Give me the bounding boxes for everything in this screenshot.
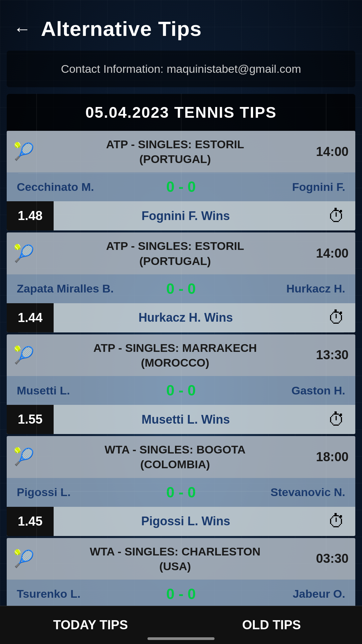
tennis-icon: 🎾: [13, 549, 34, 569]
odds-badge: 1.45: [7, 507, 54, 536]
match-score: 0 - 0: [153, 178, 209, 195]
match-card: 🎾 ATP - SINGLES: ESTORIL(PORTUGAL) 14:00…: [7, 232, 355, 332]
odds-badge: 1.44: [7, 303, 54, 332]
match-header: 🎾 WTA - SINGLES: CHARLESTON(USA) 03:30: [7, 538, 355, 580]
match-tournament: ATP - SINGLES: ESTORIL(PORTUGAL): [41, 238, 309, 268]
match-time: 03:30: [316, 551, 349, 566]
player-left: Tsurenko L.: [17, 587, 153, 600]
home-indicator: [147, 637, 215, 640]
player-right: Hurkacz H.: [209, 282, 345, 295]
tennis-icon: 🎾: [13, 345, 34, 365]
match-players: Musetti L. 0 - 0 Gaston H.: [7, 376, 355, 405]
match-header: 🎾 ATP - SINGLES: ESTORIL(PORTUGAL) 14:00: [7, 232, 355, 274]
match-tip: 1.45 Pigossi L. Wins ⏱: [7, 507, 355, 536]
player-left: Pigossi L.: [17, 486, 153, 499]
match-tip: 1.55 Musetti L. Wins ⏱: [7, 405, 355, 434]
match-card: 🎾 ATP - SINGLES: MARRAKECH(MOROCCO) 13:3…: [7, 334, 355, 434]
player-right: Gaston H.: [209, 384, 345, 397]
match-players: Pigossi L. 0 - 0 Stevanovic N.: [7, 478, 355, 507]
tennis-icon: 🎾: [13, 142, 34, 161]
odds-badge: 1.55: [7, 405, 54, 434]
match-time: 14:00: [316, 145, 349, 159]
tip-text: Musetti L. Wins: [54, 405, 318, 434]
match-time: 13:30: [316, 348, 349, 362]
player-right: Fognini F.: [209, 180, 345, 194]
match-time: 18:00: [316, 450, 349, 464]
contact-bar: Contact Information: maquinistabet@gmail…: [7, 51, 355, 87]
app-header: ← Alternative Tips: [0, 0, 362, 51]
match-score: 0 - 0: [153, 484, 209, 501]
tennis-icon: 🎾: [13, 447, 34, 467]
player-left: Zapata Miralles B.: [17, 282, 153, 295]
match-tournament: WTA - SINGLES: CHARLESTON(USA): [41, 544, 309, 574]
match-time: 14:00: [316, 246, 349, 261]
player-right: Jabeur O.: [209, 587, 345, 600]
match-card: 🎾 WTA - SINGLES: BOGOTA(COLOMBIA) 18:00 …: [7, 436, 355, 536]
clock-icon: ⏱: [318, 511, 355, 531]
clock-icon: ⏱: [318, 206, 355, 226]
tip-text: Pigossi L. Wins: [54, 507, 318, 536]
match-tournament: WTA - SINGLES: BOGOTA(COLOMBIA): [41, 442, 309, 472]
matches-list: 🎾 ATP - SINGLES: ESTORIL(PORTUGAL) 14:00…: [0, 131, 362, 644]
match-players: Tsurenko L. 0 - 0 Jabeur O.: [7, 580, 355, 608]
tip-text: Hurkacz H. Wins: [54, 303, 318, 332]
match-players: Zapata Miralles B. 0 - 0 Hurkacz H.: [7, 274, 355, 303]
player-left: Cecchinato M.: [17, 180, 153, 194]
player-left: Musetti L.: [17, 384, 153, 397]
match-header: 🎾 WTA - SINGLES: BOGOTA(COLOMBIA) 18:00: [7, 436, 355, 478]
match-tip: 1.44 Hurkacz H. Wins ⏱: [7, 303, 355, 332]
match-score: 0 - 0: [153, 586, 209, 602]
page-title: Alternative Tips: [41, 17, 202, 41]
match-card: 🎾 WTA - SINGLES: CHARLESTON(USA) 03:30 T…: [7, 538, 355, 608]
match-card: 🎾 ATP - SINGLES: ESTORIL(PORTUGAL) 14:00…: [7, 131, 355, 230]
odds-badge: 1.48: [7, 201, 54, 230]
player-right: Stevanovic N.: [209, 486, 345, 499]
match-tip: 1.48 Fognini F. Wins ⏱: [7, 201, 355, 230]
tip-text: Fognini F. Wins: [54, 202, 318, 230]
back-button[interactable]: ←: [13, 20, 31, 38]
tennis-icon: 🎾: [13, 244, 34, 263]
match-header: 🎾 ATP - SINGLES: ESTORIL(PORTUGAL) 14:00: [7, 131, 355, 172]
match-players: Cecchinato M. 0 - 0 Fognini F.: [7, 172, 355, 201]
match-score: 0 - 0: [153, 280, 209, 297]
match-tournament: ATP - SINGLES: ESTORIL(PORTUGAL): [41, 137, 309, 166]
match-score: 0 - 0: [153, 382, 209, 399]
clock-icon: ⏱: [318, 410, 355, 430]
clock-icon: ⏱: [318, 308, 355, 328]
match-tournament: ATP - SINGLES: MARRAKECH(MOROCCO): [41, 340, 309, 370]
match-header: 🎾 ATP - SINGLES: MARRAKECH(MOROCCO) 13:3…: [7, 334, 355, 376]
date-banner: 05.04.2023 TENNIS TIPS: [7, 94, 355, 131]
